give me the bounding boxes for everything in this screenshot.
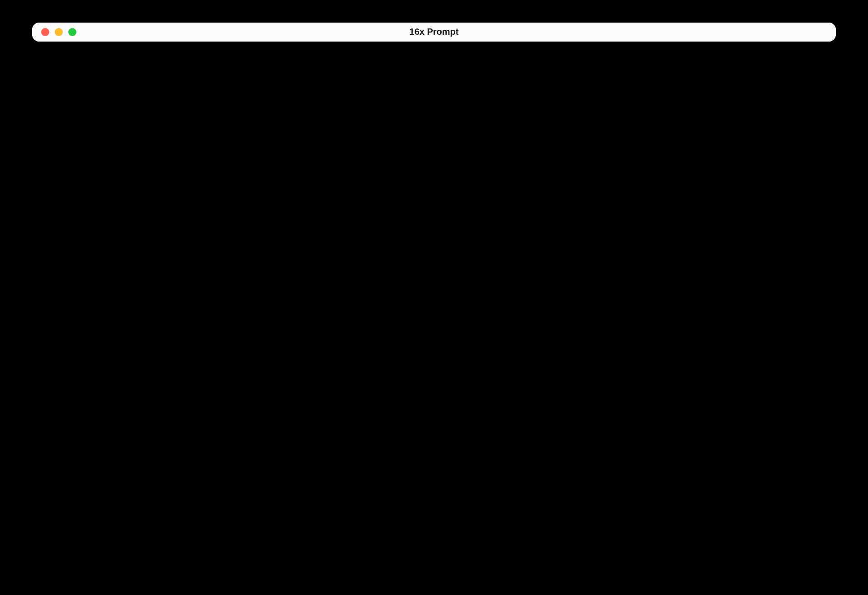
titlebar: 16x Prompt [32,23,836,42]
app-window: 16x Prompt 16x Prompt v0.0.61 Tasks Fea … [32,23,836,42]
window-title: 16x Prompt [32,27,836,37]
